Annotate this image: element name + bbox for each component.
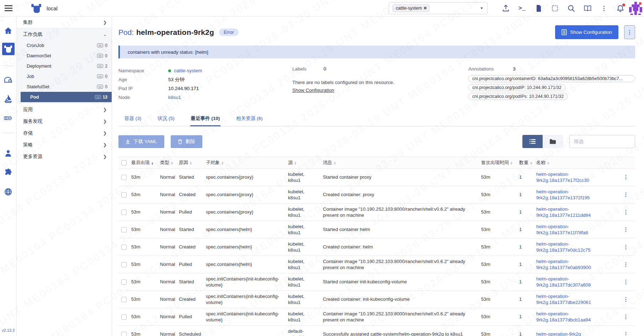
masthead-kebab-menu[interactable]: ⋮: [624, 25, 635, 39]
cell-last-seen: 53m: [131, 225, 160, 234]
row-kebab-menu[interactable]: ⋮: [620, 312, 634, 322]
event-name-link[interactable]: helm-operation-9rk2g.18a1377e0dc12c75: [536, 241, 591, 253]
sidebar-item-pod[interactable]: Pod13: [21, 92, 112, 102]
labels-count: 0: [324, 66, 326, 72]
rail-home-icon[interactable]: [3, 25, 14, 36]
show-configuration-link[interactable]: Show Configuration: [292, 88, 334, 93]
sidebar-group-策略[interactable]: 策略❯: [17, 139, 112, 151]
column-header-first_seen[interactable]: 首次出现时间▲▼: [481, 158, 519, 167]
upload-icon[interactable]: [497, 2, 514, 14]
sidebar-item-statefulset[interactable]: StatefulSet0: [17, 82, 112, 92]
event-name-link[interactable]: helm-operation-9rk2g.18a1377dc307a608: [536, 276, 591, 288]
sidebar-item-deployment[interactable]: Deployment2: [17, 61, 112, 71]
column-header-source[interactable]: 源▲▼: [288, 158, 323, 167]
tab-相关资源6[interactable]: 相关资源 (6): [235, 112, 263, 126]
sidebar-group-workloads[interactable]: 工作负载⌄: [17, 28, 112, 40]
user-avatar[interactable]: [629, 2, 642, 15]
row-checkbox[interactable]: [121, 245, 127, 250]
kubectl-shell-icon[interactable]: >_: [514, 2, 530, 14]
row-kebab-menu[interactable]: ⋮: [620, 329, 634, 336]
tab-容器3[interactable]: 容器 (3): [124, 112, 142, 126]
select-all-checkbox[interactable]: [121, 160, 127, 166]
resource-count: 13: [95, 95, 107, 100]
row-checkbox[interactable]: [121, 314, 127, 320]
row-checkbox-cell: [118, 261, 131, 269]
sidebar-group-服务发现[interactable]: 服务发现❯: [17, 115, 112, 127]
rail-continuous-delivery-icon[interactable]: [3, 113, 14, 124]
remove-namespace-icon[interactable]: ✕: [424, 6, 427, 11]
tab-最近事件10[interactable]: 最近事件 (10): [190, 112, 221, 126]
namespace-chip[interactable]: cattle-system ✕: [393, 4, 430, 12]
namespace-filter-dropdown[interactable]: cattle-system ✕ ▼: [389, 2, 488, 14]
row-checkbox-cell: [118, 226, 131, 234]
rail-user-icon[interactable]: [3, 148, 14, 159]
row-checkbox[interactable]: [121, 332, 127, 336]
import-icon[interactable]: [547, 2, 563, 14]
sidebar-item-daemonset[interactable]: DaemonSet0: [17, 51, 112, 61]
row-kebab-menu[interactable]: ⋮: [620, 242, 634, 252]
file-icon[interactable]: [530, 2, 547, 14]
row-kebab-menu[interactable]: ⋮: [620, 172, 634, 182]
sort-icon: ▲▼: [221, 161, 224, 165]
column-header-reason[interactable]: 原因▲▼: [179, 158, 206, 167]
row-checkbox[interactable]: [121, 297, 127, 302]
row-kebab-menu[interactable]: ⋮: [620, 225, 634, 235]
docs-icon[interactable]: [579, 2, 596, 14]
row-kebab-menu[interactable]: ⋮: [620, 277, 634, 287]
notifications-icon[interactable]: [612, 2, 628, 14]
detail-value: 10.244.90.171: [168, 86, 199, 91]
sidebar-group-存储[interactable]: 存储❯: [17, 127, 112, 139]
row-kebab-menu[interactable]: ⋮: [620, 207, 634, 217]
detail-value-link[interactable]: cattle-system: [174, 68, 202, 73]
event-name-link[interactable]: helm-operation-9rk2g.18a1377e1211dd84: [536, 206, 591, 218]
row-kebab-menu[interactable]: ⋮: [620, 294, 634, 304]
event-name-link[interactable]: helm-operation-9rk2g.18a1377dbe229061: [536, 294, 591, 305]
show-configuration-button[interactable]: Show Configuration: [555, 25, 618, 39]
sidebar-group-应用[interactable]: 应用❯: [17, 104, 112, 115]
rail-cluster-local-icon[interactable]: [1, 42, 16, 56]
cell-last-seen: 53m: [131, 295, 160, 304]
more-icon[interactable]: ⋮: [596, 2, 612, 14]
row-checkbox[interactable]: [121, 279, 127, 285]
rail-language-icon[interactable]: [3, 187, 14, 197]
detail-value-link[interactable]: k8su1: [168, 95, 181, 100]
rail-fleet-icon[interactable]: [3, 94, 14, 104]
rail-harvester-icon[interactable]: [3, 74, 14, 85]
row-checkbox[interactable]: [121, 210, 127, 215]
cell-message: Started container proxy: [323, 173, 481, 182]
rancher-logo-icon[interactable]: [31, 4, 42, 13]
row-checkbox[interactable]: [121, 192, 127, 198]
sidebar-item-cronjob[interactable]: CronJob0: [17, 40, 112, 51]
column-header-count[interactable]: 数量▲▼: [519, 158, 536, 167]
rail-extensions-icon[interactable]: [3, 167, 14, 178]
list-view-button[interactable]: [522, 135, 543, 148]
event-name-link[interactable]: helm-operation-9rk2g: [536, 331, 581, 336]
labels-section: Labels 0 There are no labels configured …: [292, 66, 468, 102]
delete-button[interactable]: 删除: [171, 135, 202, 148]
hamburger-menu-icon[interactable]: [0, 5, 17, 11]
event-name-link[interactable]: helm-operation-9rk2g.18a1377e0ab93900: [536, 259, 591, 270]
sidebar-group-更多资源[interactable]: 更多资源❯: [17, 151, 112, 162]
download-yaml-button[interactable]: 下载 YAML: [118, 135, 164, 148]
group-view-button[interactable]: [543, 135, 563, 148]
sidebar-group-集群[interactable]: 集群❯: [17, 17, 112, 28]
row-checkbox[interactable]: [121, 227, 127, 232]
row-checkbox[interactable]: [121, 175, 127, 180]
column-header-name[interactable]: 名称▲▼: [536, 158, 620, 167]
event-name-link[interactable]: helm-operation-9rk2g.18a1377e11f78fa8: [536, 224, 588, 235]
column-header-message[interactable]: 消息▲▼: [323, 158, 481, 167]
column-header-subobject[interactable]: 子对象▲▼: [206, 158, 288, 167]
version-label: v2.13.3: [2, 328, 15, 332]
column-header-type[interactable]: 类型▲▼: [160, 158, 179, 167]
event-name-link[interactable]: helm-operation-9rk2g.18a1377e17f2cc30: [536, 172, 589, 183]
row-checkbox[interactable]: [121, 262, 127, 267]
column-header-last_seen[interactable]: 最后出现▲▼: [131, 158, 160, 167]
sidebar-item-job[interactable]: Job0: [17, 71, 112, 82]
event-name-link[interactable]: helm-operation-9rk2g.18a1377dbcb1aa94: [536, 311, 591, 322]
filter-input[interactable]: [569, 135, 635, 148]
tab-状况5[interactable]: 状况 (5): [157, 112, 175, 126]
row-kebab-menu[interactable]: ⋮: [620, 259, 634, 269]
event-name-link[interactable]: helm-operation-9rk2g.18a1377e1372f195: [536, 189, 590, 200]
search-icon[interactable]: [563, 2, 579, 14]
row-kebab-menu[interactable]: ⋮: [620, 190, 634, 200]
